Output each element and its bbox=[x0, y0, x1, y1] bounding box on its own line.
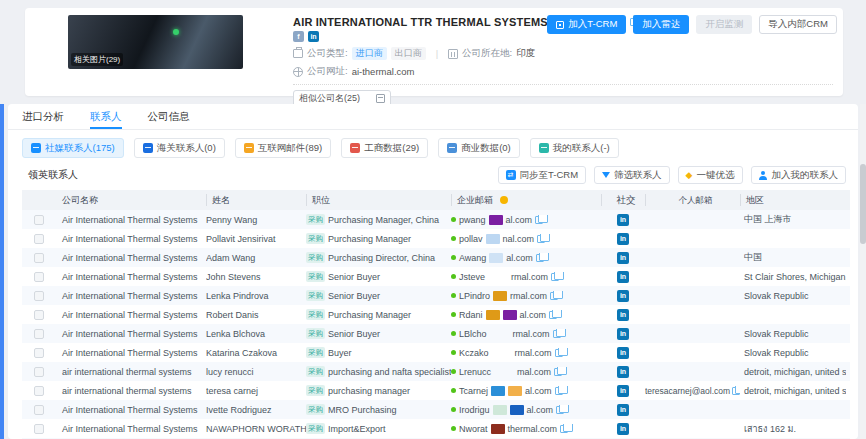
add-radar-button[interactable]: 加入雷达 bbox=[633, 15, 689, 34]
social-cell bbox=[601, 366, 645, 378]
tab-bar: 进口分析联系人公司信息 bbox=[8, 104, 858, 130]
title-cell: 采购MRO Purchasing bbox=[306, 404, 451, 415]
role-badge: 采购 bbox=[306, 233, 325, 244]
region-cell: detroit, michigan, united st... bbox=[740, 367, 846, 377]
chip-my-contacts[interactable]: 我的联系人(-) bbox=[530, 138, 619, 158]
chip-business-data[interactable]: 商业数据(0) bbox=[438, 138, 520, 158]
linkedin-icon[interactable] bbox=[617, 252, 629, 264]
company-photo[interactable]: 相关图片(29) bbox=[68, 15, 243, 69]
email-cell: Awangal.com bbox=[451, 253, 601, 263]
checkbox[interactable] bbox=[34, 329, 44, 339]
company-cell: Air International Thermal Systems bbox=[56, 234, 206, 244]
tab-import-analysis[interactable]: 进口分析 bbox=[22, 104, 64, 129]
verified-dot-icon bbox=[451, 217, 456, 222]
social-cell bbox=[601, 404, 645, 416]
copy-icon[interactable] bbox=[535, 216, 543, 224]
title-text: Senior Buyer bbox=[328, 329, 380, 339]
email-prefix: pollav bbox=[459, 234, 483, 244]
chip-internet-emails[interactable]: 互联网邮件(89) bbox=[235, 138, 331, 158]
copy-icon[interactable] bbox=[553, 330, 561, 338]
linkedin-icon[interactable] bbox=[617, 347, 629, 359]
email-prefix: Nworat bbox=[459, 424, 488, 434]
one-click-select-button[interactable]: 一键优选 bbox=[678, 166, 743, 184]
linkedin-icon[interactable] bbox=[617, 404, 629, 416]
copy-icon[interactable] bbox=[550, 292, 558, 300]
company-cell: Air International Thermal Systems bbox=[56, 310, 206, 320]
copy-icon[interactable] bbox=[537, 235, 545, 243]
linkedin-icon[interactable] bbox=[617, 214, 629, 226]
region-cell: Slovak Republic bbox=[740, 291, 846, 301]
exporter-badge[interactable]: 出口商 bbox=[391, 47, 426, 60]
tab-contacts[interactable]: 联系人 bbox=[90, 104, 122, 129]
checkbox[interactable] bbox=[34, 348, 44, 358]
chip-customs-contacts[interactable]: 海关联系人(0) bbox=[134, 138, 225, 158]
scrollbar-thumb[interactable] bbox=[860, 164, 866, 244]
email-prefix: LPindro bbox=[459, 291, 490, 301]
sync-tcrm-button[interactable]: 同步至T-CRM bbox=[498, 166, 587, 184]
start-monitoring-button[interactable]: 开启监测 bbox=[696, 15, 752, 34]
title-cell: 采购Purchasing Director, China bbox=[306, 252, 451, 263]
linkedin-icon[interactable] bbox=[617, 233, 629, 245]
verified-dot-icon bbox=[451, 236, 456, 241]
name-cell: John Stevens bbox=[206, 272, 306, 282]
related-images-label[interactable]: 相关图片(29) bbox=[71, 53, 123, 66]
copy-icon[interactable] bbox=[554, 368, 562, 376]
company-website-link[interactable]: ai-thermal.com bbox=[352, 66, 415, 77]
import-internal-crm-button[interactable]: 导入内部CRM bbox=[759, 15, 837, 34]
add-my-contacts-button[interactable]: 加入我的联系人 bbox=[751, 166, 847, 184]
linkedin-icon[interactable] bbox=[617, 271, 629, 283]
column-header: 职位 bbox=[306, 194, 451, 206]
copy-icon[interactable] bbox=[732, 387, 740, 395]
title-text: Purchasing Director, China bbox=[328, 253, 435, 263]
copy-icon[interactable] bbox=[560, 425, 568, 433]
checkbox[interactable] bbox=[34, 367, 44, 377]
copy-icon[interactable] bbox=[551, 273, 559, 281]
verified-dot-icon bbox=[451, 369, 456, 374]
chip-business-registry[interactable]: 工商数据(29) bbox=[341, 138, 428, 158]
registry-icon bbox=[350, 143, 360, 153]
add-tcrm-button[interactable]: 加入T-CRM bbox=[547, 15, 626, 34]
row-select-cell bbox=[22, 367, 56, 377]
facebook-icon[interactable] bbox=[293, 31, 304, 42]
role-badge: 采购 bbox=[306, 347, 325, 358]
checkbox[interactable] bbox=[34, 424, 44, 434]
checkbox[interactable] bbox=[34, 405, 44, 415]
column-header-label: 社交 bbox=[617, 194, 636, 206]
checkbox[interactable] bbox=[34, 215, 44, 225]
importer-badge[interactable]: 进口商 bbox=[352, 47, 387, 60]
company-cell: air international thermal systems bbox=[56, 386, 206, 396]
row-select-cell bbox=[22, 215, 56, 225]
checkbox[interactable] bbox=[34, 253, 44, 263]
column-header-label: 姓名 bbox=[212, 194, 230, 206]
checkbox[interactable] bbox=[34, 310, 44, 320]
linkedin-icon[interactable] bbox=[617, 423, 629, 435]
add-person-icon bbox=[759, 171, 768, 180]
email-prefix: Lrenucc bbox=[459, 367, 491, 377]
checkbox[interactable] bbox=[34, 272, 44, 282]
linkedin-icon[interactable] bbox=[617, 385, 629, 397]
redaction-block bbox=[491, 424, 505, 434]
social-cell bbox=[601, 309, 645, 321]
checkbox[interactable] bbox=[34, 291, 44, 301]
linkedin-icon[interactable] bbox=[617, 366, 629, 378]
copy-icon[interactable] bbox=[549, 311, 557, 319]
checkbox[interactable] bbox=[34, 386, 44, 396]
region-cell: Slovak Republic bbox=[740, 348, 846, 358]
verified-dot-icon bbox=[451, 388, 456, 393]
tab-company-info[interactable]: 公司信息 bbox=[148, 104, 190, 129]
linkedin-icon[interactable] bbox=[308, 31, 319, 42]
copy-icon[interactable] bbox=[555, 387, 563, 395]
region-cell: St Clair Shores, Michigan, ... bbox=[740, 272, 846, 282]
scrollbar[interactable] bbox=[860, 104, 866, 439]
checkbox[interactable] bbox=[34, 234, 44, 244]
linkedin-icon[interactable] bbox=[617, 309, 629, 321]
filter-contacts-button[interactable]: 筛选联系人 bbox=[594, 166, 670, 184]
copy-icon[interactable] bbox=[555, 349, 563, 357]
linkedin-icon[interactable] bbox=[617, 328, 629, 340]
copy-icon[interactable] bbox=[556, 406, 564, 414]
role-badge: 采购 bbox=[306, 309, 325, 320]
copy-icon[interactable] bbox=[536, 254, 544, 262]
linkedin-icon[interactable] bbox=[617, 290, 629, 302]
chip-social-contacts[interactable]: 社媒联系人(175) bbox=[22, 138, 124, 158]
table-row: Air International Thermal SystemsKatarin… bbox=[22, 343, 850, 362]
